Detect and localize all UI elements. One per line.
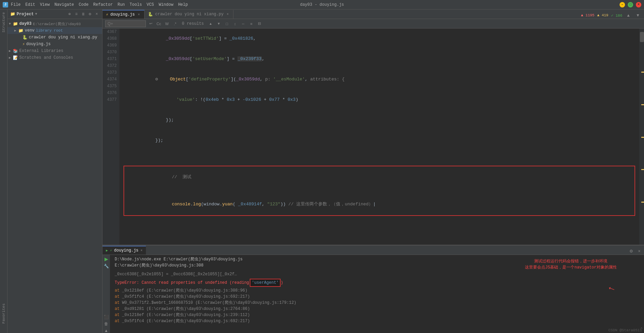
- gutter-empty1: [102, 103, 117, 110]
- run-tab-close[interactable]: ×: [140, 249, 143, 253]
- code-text[interactable]: _0x3059dd['setTTWid'] = _0x481826, _0x30…: [119, 29, 639, 245]
- run-play-button[interactable]: ▶: [105, 256, 108, 262]
- code-line-4372: });: [124, 130, 635, 151]
- menu-navigate[interactable]: Navigate: [54, 2, 74, 7]
- bottom-actions: ⚙ ×: [628, 248, 644, 255]
- search-regex-btn[interactable]: .*: [172, 20, 178, 27]
- gutter-4370: 4370: [102, 49, 117, 56]
- bottom-panel: ▶ ⚡ douying.js × ⚙ × ▶ 🔧: [102, 245, 644, 333]
- tree-label-douying: douying.js: [26, 42, 51, 47]
- editor-content-area: 4367 4368 4369 4370 4371 4372 4373 4374 …: [102, 29, 644, 333]
- tab-close-2[interactable]: ×: [226, 12, 230, 16]
- settings-button[interactable]: ⚙: [87, 12, 93, 17]
- folder-icon-day03: 📁: [13, 21, 18, 26]
- code-line-4370: 'value': !(0x4eb * 0x3 + -0x1026 + 0x77 …: [124, 90, 635, 110]
- search-bar: ↩ Cc W .* 0 results ▲ ▼ □ ↕ ↔ ≡ ⊟: [102, 19, 644, 29]
- bottom-settings-btn[interactable]: ⚙: [628, 248, 634, 255]
- gutter-4369: 4369: [102, 42, 117, 49]
- menu-tools[interactable]: Tools: [130, 2, 142, 7]
- tree-extra-venv: library root: [36, 29, 63, 33]
- tree-item-scratches[interactable]: ▶ 📝 Scratches and Consoles: [7, 54, 102, 61]
- maximize-button[interactable]: □: [628, 2, 633, 7]
- menu-help[interactable]: Help: [178, 2, 188, 7]
- bottom-tab-bar: ▶ ⚡ douying.js × ⚙ ×: [102, 245, 644, 255]
- stack-5: at _0x1218ef (E:\crawler(爬虫)\day03\douyi…: [115, 312, 641, 318]
- menu-file[interactable]: File: [11, 2, 21, 7]
- tab-crawler-py[interactable]: 🐍 crawler dou ying ni xiang.py ×: [145, 10, 233, 19]
- error-message-line: TypeError: Cannot read properties of und…: [115, 279, 641, 287]
- menu-refactor[interactable]: Refactor: [93, 2, 113, 7]
- tree-label-day03: day03: [19, 21, 32, 26]
- search-btn5[interactable]: ↔: [240, 20, 247, 27]
- folder-icon: 📁: [10, 12, 15, 17]
- scrollbar-overview[interactable]: [639, 29, 644, 245]
- close-panel-button[interactable]: ×: [94, 12, 99, 17]
- tree-label-scratches: Scratches and Consoles: [19, 55, 73, 60]
- run-side-toolbar: ▶ 🔧 ⬛ 🗑 ▲: [102, 255, 110, 333]
- code-line-4367: _0x3059dd['setTTWid'] = _0x481826,: [124, 29, 635, 49]
- structure-label[interactable]: Structure: [1, 10, 7, 35]
- run-stop-button[interactable]: ⬛: [104, 315, 109, 319]
- run-output: ▶ 🔧 ⬛ 🗑 ▲ D:\Node.js\node.exe E:\crawler…: [102, 255, 644, 333]
- search-btn3[interactable]: □: [224, 20, 230, 27]
- tab-douying-js[interactable]: ⚡ douying.js ×: [102, 10, 145, 19]
- folder-icon-scratches: 📝: [13, 55, 18, 60]
- tab-close-1[interactable]: ×: [137, 13, 141, 17]
- warning-count: ▲ 419: [597, 13, 608, 17]
- project-label[interactable]: Project: [17, 12, 34, 17]
- bottom-close-btn[interactable]: ×: [636, 248, 643, 255]
- menu-edit[interactable]: Edit: [25, 2, 35, 7]
- folder-icon-external: 📚: [13, 49, 18, 54]
- tree-item-douying[interactable]: ⚡ douying.js: [7, 41, 102, 48]
- search-input[interactable]: [105, 20, 146, 27]
- run-tab[interactable]: ▶ ⚡ douying.js ×: [102, 246, 146, 255]
- stack-3: at W0_0x3771f2.$webrt_1668687510 (E:\cra…: [115, 300, 641, 306]
- tree-label-crawler: crawler dou ying ni xiang.py: [29, 35, 97, 40]
- scroll-thumb[interactable]: [640, 32, 644, 42]
- gutter-empty5: [102, 130, 117, 137]
- editor-area: ⚡ douying.js × 🐍 crawler dou ying ni xia…: [102, 10, 644, 333]
- code-editor[interactable]: 4367 4368 4369 4370 4371 4372 4373 4374 …: [102, 29, 644, 245]
- tree-item-crawler[interactable]: 🐍 crawler dou ying ni xiang.py: [7, 34, 102, 41]
- line-numbers: 4367 4368 4369 4370 4371 4372 4373 4374 …: [102, 29, 119, 245]
- project-title-area: 📁 Project ▼: [10, 12, 37, 17]
- minimize-button[interactable]: –: [620, 2, 625, 7]
- expand-errors-button[interactable]: ▲: [625, 12, 632, 19]
- search-replace-btn[interactable]: ↩: [147, 20, 154, 27]
- collapse-button[interactable]: ≡: [74, 12, 79, 17]
- run-tab-label: douying.js: [114, 248, 138, 253]
- search-prev-btn[interactable]: ▲: [207, 20, 214, 27]
- run-up-button[interactable]: ▲: [104, 328, 108, 333]
- search-btn4[interactable]: ↕: [232, 20, 239, 27]
- tree-item-venv[interactable]: ▶ 📁 venv library root: [7, 27, 102, 34]
- search-settings-btn[interactable]: ≡: [248, 20, 255, 27]
- code-line-4369: ⚙ Object['defineProperty'](_0x3059dd, p:…: [124, 69, 635, 90]
- run-wrench-button[interactable]: 🔧: [104, 264, 109, 269]
- favorites-label[interactable]: Favorites: [1, 301, 7, 326]
- project-panel: 📁 Project ▼ ⊕ ≡ ≣ ⚙ × ▼ 📁 day03 E:\crawl…: [7, 10, 102, 333]
- sync-button[interactable]: ⊕: [67, 12, 72, 17]
- run-trash-button[interactable]: 🗑: [104, 321, 108, 326]
- error-type-text: TypeError: Cannot read properties of und…: [115, 280, 249, 286]
- folder-icon-venv: 📁: [18, 28, 23, 33]
- tree-label-venv: venv: [25, 28, 35, 33]
- dropdown-icon[interactable]: ▼: [35, 12, 37, 16]
- search-matchcase-btn[interactable]: Cc: [155, 20, 162, 27]
- title-bar: J File Edit View Navigate Code Refactor …: [0, 0, 644, 10]
- collapse-errors-button[interactable]: ▼: [634, 12, 641, 19]
- search-next-btn[interactable]: ▼: [215, 20, 222, 27]
- menu-view[interactable]: View: [40, 2, 50, 7]
- menu-code[interactable]: Code: [79, 2, 89, 7]
- menu-vcs[interactable]: VCS: [147, 2, 154, 7]
- warning-marker-4: [641, 169, 644, 170]
- warning-marker-1: [641, 72, 644, 73]
- tree-item-external[interactable]: ▶ 📚 External Libraries: [7, 48, 102, 54]
- tree-item-day03[interactable]: ▼ 📁 day03 E:\crawler(爬虫)\day03: [7, 20, 102, 27]
- search-wholeword-btn[interactable]: W: [164, 20, 170, 27]
- menu-window[interactable]: Window: [159, 2, 173, 7]
- close-button[interactable]: ×: [636, 2, 641, 7]
- error-line-text: _0xcc6308[_0x2e1055] = _0xcc6308[_0x2e10…: [115, 272, 234, 277]
- menu-run[interactable]: Run: [117, 2, 125, 7]
- expand-button[interactable]: ≣: [80, 12, 86, 17]
- search-filter-btn[interactable]: ⊟: [256, 20, 263, 27]
